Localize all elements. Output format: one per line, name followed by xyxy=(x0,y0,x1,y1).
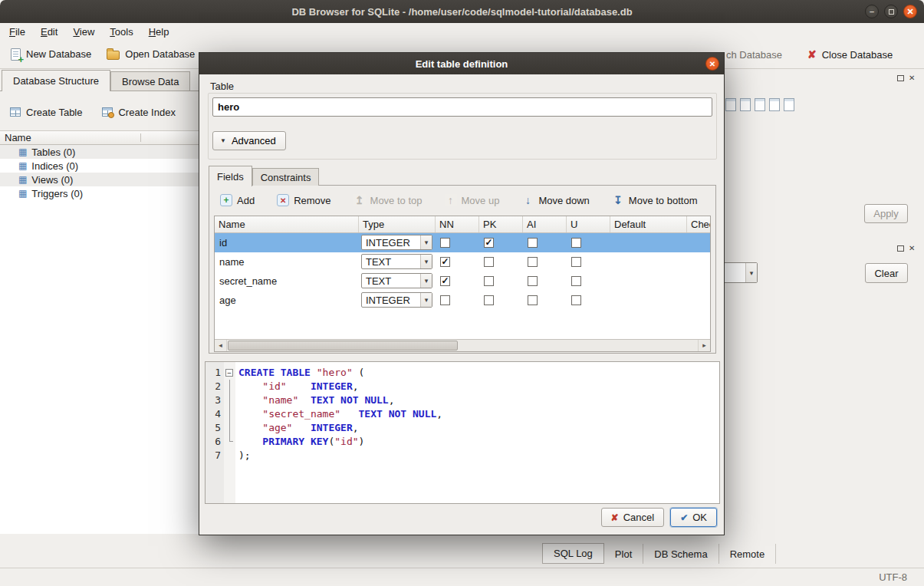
set-null-icon[interactable] xyxy=(755,98,765,111)
maximize-button[interactable] xyxy=(884,5,898,18)
table-name-input[interactable] xyxy=(212,97,712,117)
save-icon[interactable] xyxy=(784,98,794,111)
dock-close-icon[interactable]: ✕ xyxy=(909,74,915,82)
menu-view[interactable]: View xyxy=(65,24,102,40)
column-header-nn[interactable]: NN xyxy=(436,216,479,232)
nn-checkbox[interactable]: ✓ xyxy=(440,276,450,286)
field-row-age[interactable]: ageINTEGER▾ xyxy=(215,291,711,310)
ai-checkbox[interactable] xyxy=(528,295,538,305)
tab-constraints[interactable]: Constraints xyxy=(252,168,320,186)
type-combobox[interactable]: TEXT▾ xyxy=(361,273,432,288)
tab-fields[interactable]: Fields xyxy=(209,166,252,186)
nn-checkbox[interactable] xyxy=(440,238,450,248)
field-default-cell[interactable] xyxy=(610,291,687,310)
column-divider[interactable] xyxy=(140,133,141,142)
clear-button[interactable]: Clear xyxy=(865,263,908,283)
edit-icon[interactable] xyxy=(769,98,780,111)
column-header-ai[interactable]: AI xyxy=(523,216,567,232)
minimize-button[interactable]: – xyxy=(865,5,879,18)
table-label: Table xyxy=(210,81,234,92)
bottom-tab-sql-log[interactable]: SQL Log xyxy=(542,543,604,564)
collapse-minus-icon[interactable]: − xyxy=(225,369,233,377)
field-check-cell[interactable] xyxy=(687,272,711,291)
attach-database-button[interactable]: ch Database xyxy=(726,40,782,69)
import-icon[interactable] xyxy=(725,98,736,111)
ok-button[interactable]: ✔ OK xyxy=(670,508,717,527)
menu-tools[interactable]: Tools xyxy=(102,24,140,40)
menu-help[interactable]: Help xyxy=(141,24,177,40)
u-checkbox[interactable] xyxy=(571,295,581,305)
edit-table-dialog: Edit table definition ✕ Table ▼ Advanced… xyxy=(199,52,725,535)
menu-edit[interactable]: Edit xyxy=(33,24,65,40)
add-button[interactable]: +Add xyxy=(220,194,255,206)
pk-checkbox[interactable] xyxy=(484,276,494,286)
type-combobox[interactable]: INTEGER▾ xyxy=(361,235,432,250)
field-row-secret-name[interactable]: secret_nameTEXT▾✓ xyxy=(215,272,711,291)
u-checkbox[interactable] xyxy=(571,276,581,286)
column-header-default[interactable]: Default xyxy=(610,216,687,232)
table-icon xyxy=(18,147,27,156)
type-combobox[interactable]: INTEGER▾ xyxy=(361,292,432,308)
field-check-cell[interactable] xyxy=(687,233,711,252)
line-number: 3 xyxy=(206,393,221,407)
create-index-button[interactable]: Create Index xyxy=(94,102,182,123)
field-name-cell[interactable]: id xyxy=(215,233,359,252)
move-down-button[interactable]: ↓Move down xyxy=(521,194,589,206)
ai-checkbox[interactable] xyxy=(528,238,538,248)
nn-checkbox[interactable]: ✓ xyxy=(440,257,450,267)
titlebar[interactable]: DB Browser for SQLite - /home/user/code/… xyxy=(0,0,924,23)
scrollbar-thumb[interactable] xyxy=(228,341,458,351)
ai-checkbox[interactable] xyxy=(528,257,538,267)
u-checkbox[interactable] xyxy=(571,257,581,267)
field-name-cell[interactable]: secret_name xyxy=(215,272,359,291)
field-check-cell[interactable] xyxy=(687,291,711,310)
nn-checkbox[interactable] xyxy=(440,295,450,305)
field-default-cell[interactable] xyxy=(610,252,687,272)
bottom-tab-plot[interactable]: Plot xyxy=(604,544,643,564)
tab-database-structure[interactable]: Database Structure xyxy=(2,70,110,91)
dialog-close-button[interactable]: ✕ xyxy=(705,57,719,71)
dock-close-icon[interactable]: ✕ xyxy=(909,245,915,252)
menu-file[interactable]: File xyxy=(2,24,33,40)
scroll-right-arrow-icon[interactable]: ▸ xyxy=(698,340,710,351)
scroll-left-arrow-icon[interactable]: ◂ xyxy=(215,340,227,351)
horizontal-scrollbar[interactable]: ◂ ▸ xyxy=(215,339,710,351)
advanced-button[interactable]: ▼ Advanced xyxy=(212,131,286,150)
cancel-button[interactable]: ✘ Cancel xyxy=(601,508,665,527)
field-name-cell[interactable]: name xyxy=(215,252,359,272)
open-database-button[interactable]: Open Database xyxy=(99,44,202,64)
field-check-cell[interactable] xyxy=(687,252,711,272)
remove-button[interactable]: ✕Remove xyxy=(277,194,330,206)
dialog-titlebar[interactable]: Edit table definition ✕ xyxy=(199,53,724,74)
column-header-pk[interactable]: PK xyxy=(479,216,523,232)
u-checkbox[interactable] xyxy=(571,238,581,248)
ai-checkbox[interactable] xyxy=(528,276,538,286)
column-header-check[interactable]: Check xyxy=(687,216,711,232)
type-combobox[interactable]: TEXT▾ xyxy=(361,254,432,269)
apply-button[interactable]: Apply xyxy=(864,204,908,223)
column-header-type[interactable]: Type xyxy=(359,216,436,232)
column-header-u[interactable]: U xyxy=(567,216,610,232)
export-icon[interactable] xyxy=(740,98,751,111)
pk-checkbox[interactable] xyxy=(484,257,494,267)
statusbar: UTF-8 xyxy=(0,568,924,586)
new-database-button[interactable]: New Database xyxy=(3,44,99,65)
create-table-button[interactable]: Create Table xyxy=(2,102,90,123)
field-default-cell[interactable] xyxy=(610,233,687,252)
bottom-tab-remote[interactable]: Remote xyxy=(719,544,777,564)
field-default-cell[interactable] xyxy=(610,272,687,291)
fields-grid-body: idINTEGER▾✓nameTEXT▾✓secret_nameTEXT▾✓ag… xyxy=(215,233,711,310)
dock-float-icon[interactable] xyxy=(897,75,904,81)
move-to-bottom-button[interactable]: ↧Move to bottom xyxy=(612,194,698,206)
dock-float-icon[interactable] xyxy=(897,245,904,252)
pk-checkbox[interactable] xyxy=(484,295,494,305)
bottom-tab-db-schema[interactable]: DB Schema xyxy=(643,544,718,564)
tab-browse-data[interactable]: Browse Data xyxy=(110,71,190,91)
pk-checkbox[interactable]: ✓ xyxy=(484,238,494,248)
field-row-name[interactable]: nameTEXT▾✓ xyxy=(215,252,711,272)
field-row-id[interactable]: idINTEGER▾✓ xyxy=(215,233,711,252)
close-database-button[interactable]: ✘ Close Database xyxy=(807,40,893,69)
field-name-cell[interactable]: age xyxy=(215,291,359,310)
column-header-name[interactable]: Name xyxy=(215,216,359,232)
close-window-button[interactable]: ✕ xyxy=(903,5,917,18)
